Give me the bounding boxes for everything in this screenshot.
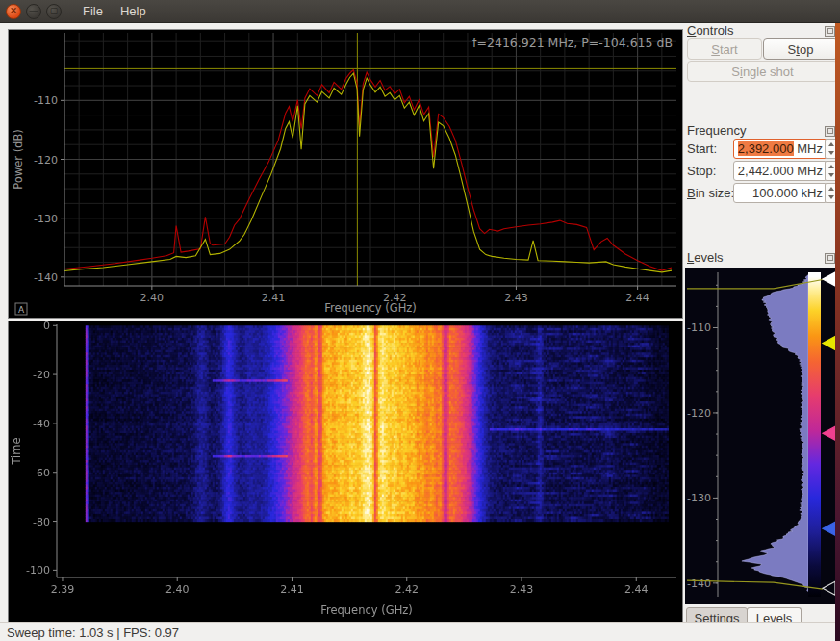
menu-file[interactable]: File bbox=[83, 4, 103, 18]
frequency-panel-title: Frequency bbox=[687, 123, 746, 138]
svg-text:-110: -110 bbox=[687, 321, 711, 334]
controls-panel-title: Controls bbox=[687, 23, 733, 38]
stop-frequency-input[interactable]: 2,442.000 MHz bbox=[733, 161, 827, 181]
svg-text:2.41: 2.41 bbox=[280, 583, 304, 596]
svg-text:-110: -110 bbox=[34, 94, 58, 107]
svg-text:-60: -60 bbox=[33, 467, 50, 479]
levels-svg: -110-120-130-140 bbox=[685, 268, 839, 604]
svg-text:2.40: 2.40 bbox=[165, 583, 190, 596]
svg-text:Frequency (GHz): Frequency (GHz) bbox=[320, 603, 413, 617]
svg-text:-140: -140 bbox=[687, 577, 711, 590]
svg-text:A: A bbox=[18, 305, 25, 315]
menu-help[interactable]: Help bbox=[120, 4, 146, 18]
svg-text:2.44: 2.44 bbox=[625, 292, 649, 304]
bin-size-input[interactable]: 100.000 kHz bbox=[733, 183, 827, 203]
svg-text:2.39: 2.39 bbox=[51, 583, 75, 596]
svg-text:2.42: 2.42 bbox=[395, 583, 419, 596]
bin-size-label: Bin size: bbox=[687, 186, 734, 200]
statusbar: Sweep time: 1.03 s | FPS: 0.97 bbox=[0, 622, 836, 641]
start-frequency-label: Start: bbox=[687, 141, 717, 156]
titlebar: ✕ — ▢ File Help bbox=[0, 0, 840, 23]
svg-text:-130: -130 bbox=[34, 213, 58, 225]
levels-float-button[interactable] bbox=[825, 253, 835, 264]
svg-text:Power (dB): Power (dB) bbox=[12, 129, 25, 190]
svg-text:Frequency (GHz): Frequency (GHz) bbox=[324, 301, 417, 315]
start-button[interactable]: Start bbox=[687, 38, 762, 60]
desktop-edge bbox=[835, 22, 840, 641]
levels-panel-title: Levels bbox=[687, 250, 724, 265]
spin-up-icon bbox=[828, 187, 834, 191]
svg-text:2.41: 2.41 bbox=[262, 292, 286, 304]
svg-text:0: 0 bbox=[43, 321, 50, 332]
svg-text:-120: -120 bbox=[687, 407, 711, 420]
svg-text:-130: -130 bbox=[687, 492, 711, 504]
maximize-button-icon[interactable]: ▢ bbox=[46, 4, 62, 19]
svg-text:2.43: 2.43 bbox=[510, 583, 534, 596]
levels-histogram-plot[interactable]: -110-120-130-140 bbox=[685, 268, 839, 604]
svg-text:-100: -100 bbox=[26, 564, 50, 577]
statusbar-text: Sweep time: 1.03 s | FPS: 0.97 bbox=[7, 626, 179, 640]
svg-text:Time: Time bbox=[10, 437, 23, 465]
svg-text:2.43: 2.43 bbox=[504, 292, 528, 304]
spectrum-plot[interactable]: 2.402.412.422.432.44-110-120-130-140Freq… bbox=[8, 29, 683, 319]
svg-text:-80: -80 bbox=[33, 516, 50, 528]
spin-down-icon bbox=[828, 151, 834, 155]
stop-frequency-label: Stop: bbox=[687, 164, 716, 178]
svg-text:-20: -20 bbox=[33, 369, 50, 381]
stop-button[interactable]: Stop bbox=[763, 38, 838, 60]
spin-up-icon bbox=[828, 142, 834, 146]
single-shot-button[interactable]: Single shot bbox=[687, 61, 838, 82]
waterfall-svg: 2.392.402.412.422.432.440-20-40-60-80-10… bbox=[9, 321, 682, 622]
spin-down-icon bbox=[828, 173, 834, 177]
svg-text:2.40: 2.40 bbox=[140, 292, 165, 304]
waterfall-plot[interactable]: 2.392.402.412.422.432.440-20-40-60-80-10… bbox=[8, 320, 683, 623]
svg-text:-120: -120 bbox=[34, 154, 58, 167]
controls-float-button[interactable] bbox=[825, 26, 835, 37]
start-frequency-input[interactable]: 2,392.000 MHz bbox=[733, 139, 827, 159]
frequency-float-button[interactable] bbox=[825, 126, 835, 137]
spin-up-icon bbox=[828, 165, 834, 168]
spin-down-icon bbox=[828, 195, 834, 199]
svg-text:f=2416.921 MHz, P=-104.615 dB: f=2416.921 MHz, P=-104.615 dB bbox=[472, 36, 673, 50]
minimize-button-icon[interactable]: — bbox=[26, 4, 41, 19]
close-button-icon[interactable]: ✕ bbox=[6, 4, 21, 19]
svg-text:2.44: 2.44 bbox=[624, 583, 649, 596]
svg-text:-40: -40 bbox=[33, 418, 50, 430]
svg-text:-140: -140 bbox=[34, 271, 58, 284]
spectrum-svg: 2.402.412.422.432.44-110-120-130-140Freq… bbox=[9, 30, 682, 318]
